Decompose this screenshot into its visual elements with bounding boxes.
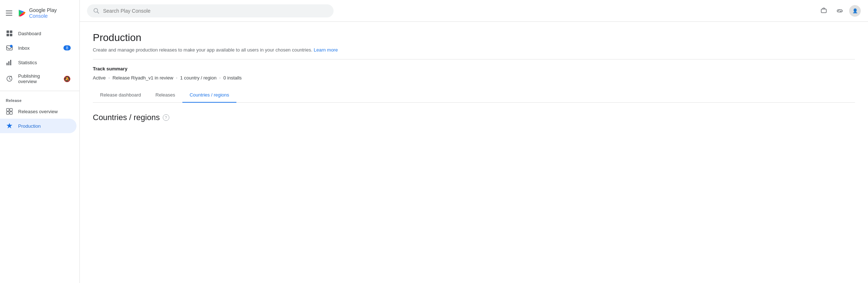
sidebar-item-publishing-overview[interactable]: Publishing overview 🔕 [0, 70, 77, 88]
sidebar-item-statistics[interactable]: Statistics [0, 55, 77, 70]
svg-rect-3 [10, 34, 12, 36]
inbox-badge: 8 [63, 45, 71, 50]
svg-rect-7 [8, 61, 9, 65]
release-info: Release Riyadh_v1 in review [112, 75, 173, 81]
sidebar-header: Google Play Console [0, 3, 79, 23]
sidebar-item-label: Publishing overview [18, 73, 58, 84]
tab-countries-regions[interactable]: Countries / regions [182, 88, 236, 103]
track-summary-info: Active • Release Riyadh_v1 in review • 1… [93, 75, 855, 81]
tab-releases[interactable]: Releases [148, 88, 182, 103]
sidebar-item-label: Dashboard [18, 31, 41, 36]
play-logo-icon [17, 8, 27, 18]
sidebar: Google Play Console Dashboard Inbox 8 St [0, 0, 80, 283]
sidebar-item-label: Production [18, 123, 41, 129]
tab-release-dashboard[interactable]: Release dashboard [93, 88, 148, 103]
learn-more-link[interactable]: Learn more [314, 47, 338, 53]
app-name: Google Play Console [29, 7, 74, 19]
installs-info: 0 installs [223, 75, 242, 81]
topbar-actions: 👤 [817, 4, 861, 17]
topbar: 👤 [80, 0, 868, 22]
track-summary-label: Track summary [93, 66, 855, 71]
sidebar-item-label: Statistics [18, 60, 37, 65]
svg-point-5 [10, 45, 13, 48]
svg-rect-8 [10, 60, 11, 65]
svg-rect-15 [821, 9, 826, 13]
production-icon [6, 122, 13, 130]
link-icon [836, 7, 843, 15]
svg-rect-6 [7, 63, 8, 65]
notification-muted-icon: 🔕 [63, 75, 71, 82]
help-icon[interactable]: ? [163, 114, 169, 121]
track-status: Active [93, 75, 106, 81]
sidebar-item-label: Inbox [18, 45, 30, 51]
svg-rect-10 [7, 108, 9, 111]
search-input[interactable] [103, 8, 327, 14]
section-divider [93, 59, 855, 60]
inbox-icon [6, 44, 13, 52]
sidebar-item-production[interactable]: Production [0, 119, 77, 133]
separator-dot-3: • [219, 76, 220, 79]
svg-rect-2 [7, 34, 9, 36]
menu-button[interactable] [4, 9, 14, 17]
page-title: Production [93, 32, 855, 44]
statistics-icon [6, 59, 13, 66]
region-info: 1 country / region [180, 75, 216, 81]
svg-rect-1 [10, 30, 12, 33]
main-content: 👤 Production Create and manage productio… [80, 0, 868, 283]
notifications-button[interactable] [817, 4, 830, 17]
notifications-icon [820, 7, 827, 15]
page-content: Production Create and manage production … [80, 22, 868, 283]
search-icon [93, 8, 99, 14]
svg-point-14 [94, 8, 98, 12]
sidebar-item-label: Releases overview [18, 109, 58, 114]
page-description: Create and manage production releases to… [93, 47, 855, 53]
sidebar-item-releases-overview[interactable]: Releases overview [0, 104, 77, 119]
sidebar-divider [0, 91, 79, 91]
link-button[interactable] [833, 4, 846, 17]
releases-icon [6, 108, 13, 115]
separator-dot-2: • [176, 76, 177, 79]
account-avatar: 👤 [852, 8, 858, 13]
separator-dot-1: • [108, 76, 109, 79]
svg-rect-13 [10, 112, 12, 114]
dashboard-icon [6, 30, 13, 37]
release-section-label: Release [0, 94, 79, 104]
svg-rect-11 [10, 108, 12, 111]
sidebar-item-inbox[interactable]: Inbox 8 [0, 41, 77, 55]
sidebar-item-dashboard[interactable]: Dashboard [0, 26, 77, 41]
tabs: Release dashboard Releases Countries / r… [93, 88, 855, 103]
logo-area: Google Play Console [17, 7, 74, 19]
search-bar [87, 4, 334, 17]
sidebar-nav: Dashboard Inbox 8 Statistics Publishing … [0, 23, 79, 136]
countries-regions-section-title: Countries / regions ? [93, 113, 855, 122]
svg-rect-0 [7, 30, 9, 33]
account-button[interactable]: 👤 [849, 5, 861, 17]
svg-rect-12 [7, 112, 9, 114]
publishing-icon [6, 75, 13, 82]
